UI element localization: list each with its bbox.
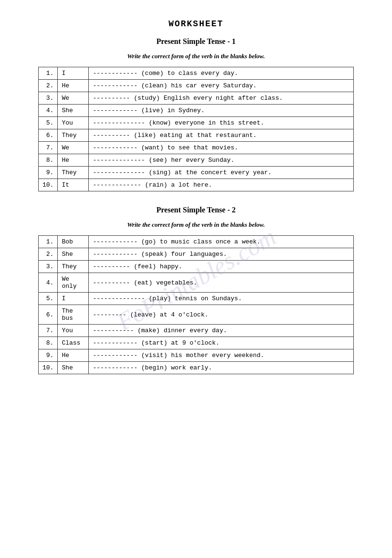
row-sentence: ---------- (feel) happy.	[89, 261, 354, 273]
row-sentence: ------------ (visit) his mother every we…	[89, 349, 354, 362]
row-subject: They	[58, 167, 89, 179]
row-number: 10.	[39, 179, 58, 191]
row-number: 2.	[39, 248, 58, 261]
row-number: 9.	[39, 349, 58, 362]
row-number: 7.	[39, 325, 58, 337]
row-subject: They	[58, 129, 89, 142]
row-number: 2.	[39, 80, 58, 92]
row-number: 7.	[39, 142, 58, 154]
table-row: 1. I ------------ (come) to class every …	[39, 67, 354, 80]
row-subject: They	[58, 261, 89, 273]
row-sentence: ------------ (clean) his car every Satur…	[89, 80, 354, 92]
table-row: 2. He ------------ (clean) his car every…	[39, 80, 354, 92]
row-number: 3.	[39, 261, 58, 273]
row-sentence: ------------ (want) to see that movies.	[89, 142, 354, 154]
section1-instruction: Write the correct form of the verb in th…	[38, 53, 354, 60]
row-number: 10.	[39, 362, 58, 374]
table-row: 2. She ------------ (speak) four languag…	[39, 248, 354, 261]
row-subject: She	[58, 105, 89, 117]
row-subject: It	[58, 179, 89, 191]
row-subject: Class	[58, 337, 89, 349]
section2-table: 1. Bob ------------ (go) to music class …	[38, 235, 354, 374]
section2-block: Present Simple Tense - 2 Write the corre…	[38, 206, 354, 374]
table-row: 7. We ------------ (want) to see that mo…	[39, 142, 354, 154]
table-row: 7. You ----------- (make) dinner every d…	[39, 325, 354, 337]
table-row: 10. It ------------- (rain) a lot here.	[39, 179, 354, 191]
table-row: 3. We ---------- (study) English every n…	[39, 92, 354, 105]
row-sentence: -------------- (sing) at the concert eve…	[89, 167, 354, 179]
table-row: 3. They ---------- (feel) happy.	[39, 261, 354, 273]
row-sentence: ------------ (start) at 9 o'clock.	[89, 337, 354, 349]
row-number: 5.	[39, 293, 58, 305]
table-row: 4. We only ---------- (eat) vegetables.	[39, 273, 354, 293]
row-subject: I	[58, 293, 89, 305]
section2-title: Present Simple Tense - 2	[38, 206, 354, 214]
table-row: 6. The bus --------- (leave) at 4 o'cloc…	[39, 305, 354, 325]
row-number: 4.	[39, 105, 58, 117]
table-row: 4. She ------------ (live) in Sydney.	[39, 105, 354, 117]
row-subject: You	[58, 325, 89, 337]
table-row: 9. They -------------- (sing) at the con…	[39, 167, 354, 179]
row-number: 6.	[39, 129, 58, 142]
row-number: 8.	[39, 154, 58, 167]
table-row: 9. He ------------ (visit) his mother ev…	[39, 349, 354, 362]
table-row: 8. Class ------------ (start) at 9 o'clo…	[39, 337, 354, 349]
section1-block: Present Simple Tense - 1 Write the corre…	[38, 37, 354, 191]
row-subject: We	[58, 92, 89, 105]
row-sentence: --------- (leave) at 4 o'clock.	[89, 305, 354, 325]
page-title: WORKSHEET	[38, 19, 354, 29]
row-subject: You	[58, 117, 89, 129]
row-number: 6.	[39, 305, 58, 325]
row-subject: I	[58, 67, 89, 80]
table-row: 6. They ---------- (like) eating at that…	[39, 129, 354, 142]
section1-title: Present Simple Tense - 1	[38, 37, 354, 46]
row-subject: She	[58, 362, 89, 374]
table-row: 5. You -------------- (know) everyone in…	[39, 117, 354, 129]
table-row: 10. She ------------ (begin) work early.	[39, 362, 354, 374]
row-subject: The bus	[58, 305, 89, 325]
row-subject: He	[58, 154, 89, 167]
row-number: 3.	[39, 92, 58, 105]
row-sentence: -------------- (know) everyone in this s…	[89, 117, 354, 129]
row-subject: She	[58, 248, 89, 261]
row-subject: Bob	[58, 236, 89, 248]
row-number: 5.	[39, 117, 58, 129]
row-sentence: -------------- (see) her every Sunday.	[89, 154, 354, 167]
row-subject: We only	[58, 273, 89, 293]
row-sentence: -------------- (play) tennis on Sundays.	[89, 293, 354, 305]
row-sentence: ----------- (make) dinner every day.	[89, 325, 354, 337]
table-row: 5. I -------------- (play) tennis on Sun…	[39, 293, 354, 305]
row-sentence: ---------- (eat) vegetables.	[89, 273, 354, 293]
row-sentence: ------------ (live) in Sydney.	[89, 105, 354, 117]
row-number: 1.	[39, 67, 58, 80]
row-subject: He	[58, 80, 89, 92]
row-number: 8.	[39, 337, 58, 349]
row-sentence: ------------ (go) to music class once a …	[89, 236, 354, 248]
row-subject: He	[58, 349, 89, 362]
section2-instruction: Write the correct form of the verb in th…	[38, 221, 354, 229]
table-row: 8. He -------------- (see) her every Sun…	[39, 154, 354, 167]
row-sentence: ---------- (like) eating at that restaur…	[89, 129, 354, 142]
row-sentence: ------------ (begin) work early.	[89, 362, 354, 374]
section1-table: 1. I ------------ (come) to class every …	[38, 67, 354, 191]
row-number: 4.	[39, 273, 58, 293]
row-subject: We	[58, 142, 89, 154]
row-sentence: ------------- (rain) a lot here.	[89, 179, 354, 191]
row-sentence: ---------- (study) English every night a…	[89, 92, 354, 105]
row-number: 9.	[39, 167, 58, 179]
row-sentence: ------------ (speak) four languages.	[89, 248, 354, 261]
row-sentence: ------------ (come) to class every day.	[89, 67, 354, 80]
row-number: 1.	[39, 236, 58, 248]
table-row: 1. Bob ------------ (go) to music class …	[39, 236, 354, 248]
